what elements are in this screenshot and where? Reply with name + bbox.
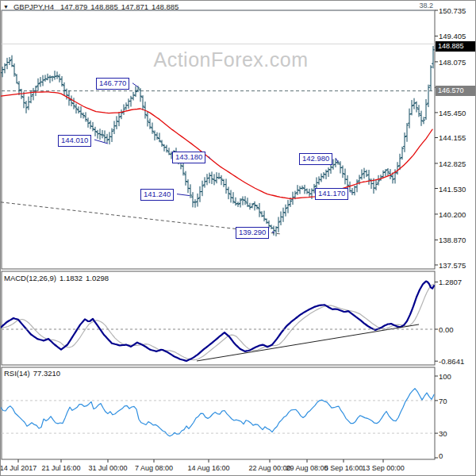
- rsi-axis-label[interactable]: 100: [439, 372, 475, 381]
- price-annotation[interactable]: 141.240: [140, 189, 174, 201]
- macd-value: 1.1832: [60, 274, 83, 282]
- price-annotation[interactable]: 142.980: [299, 153, 332, 165]
- rsi-axis-label[interactable]: 0: [439, 451, 475, 460]
- macd-axis-label[interactable]: -0.8641: [439, 357, 475, 366]
- watermark: ActionForex.com: [120, 48, 342, 71]
- chart-title-bar: ▼ GBPJPY,H4 147.879 148.885 147.871 148.…: [3, 2, 178, 11]
- price-axis-label[interactable]: 140.200: [439, 210, 475, 219]
- macd-signal-line: [1, 284, 434, 360]
- rsi-axis-label[interactable]: 30: [439, 429, 475, 438]
- ohlc-low: 147.871: [121, 2, 148, 11]
- macd-axis-label[interactable]: 0.00: [439, 325, 475, 334]
- current-price-badge: 148.885: [436, 41, 476, 52]
- annotation-connector: [272, 232, 274, 232]
- time-axis-label[interactable]: 13 Sep 00:00: [362, 464, 405, 472]
- rsi-value: 77.3210: [33, 369, 60, 378]
- symbol-timeframe-label: GBPJPY,H4: [13, 2, 54, 11]
- price-axis-label[interactable]: 148.075: [439, 58, 475, 67]
- time-axis-label[interactable]: 7 Aug 08:00: [135, 464, 173, 472]
- rsi-axis-label[interactable]: 70: [439, 397, 475, 405]
- rsi-indicator-label: RSI(14)77.3210: [4, 369, 63, 378]
- time-axis-label[interactable]: 14 Aug 16:00: [187, 464, 229, 472]
- ohlc-close: 148.885: [152, 2, 178, 11]
- macd-signal-value: 1.0298: [86, 274, 109, 282]
- price-annotation[interactable]: 146.770: [96, 78, 129, 90]
- macd-indicator-label: MACD(12,26,9)1.18321.0298: [4, 274, 112, 282]
- ohlc-open: 147.879: [60, 2, 87, 11]
- time-axis-label[interactable]: 21 Jul 16:00: [41, 464, 80, 472]
- annotation-connector: [351, 192, 351, 193]
- rsi-name: RSI(14): [4, 369, 30, 378]
- price-axis-label[interactable]: 137.575: [439, 261, 475, 270]
- time-axis-label[interactable]: 22 Aug 00:00: [248, 464, 290, 472]
- annotation-connector: [94, 140, 108, 144]
- macd-axis-label[interactable]: 1.2807: [439, 278, 475, 286]
- price-annotation[interactable]: 141.170: [315, 188, 348, 200]
- price-axis-label[interactable]: 141.530: [439, 185, 475, 194]
- mt4-chart-window: ▼ GBPJPY,H4 147.879 148.885 147.871 148.…: [0, 0, 476, 476]
- price-axis-label[interactable]: 149.405: [439, 32, 475, 40]
- macd-panel-frame: [2, 271, 435, 365]
- price-annotation[interactable]: 144.010: [58, 135, 91, 147]
- price-annotation[interactable]: 143.180: [172, 152, 205, 163]
- macd-name: MACD(12,26,9): [4, 274, 56, 282]
- time-axis-label[interactable]: 31 Jul 00:00: [88, 464, 127, 472]
- time-axis-label[interactable]: 5 Sep 16:00: [324, 464, 363, 472]
- price-axis-label[interactable]: 150.735: [439, 6, 475, 15]
- price-axis-label[interactable]: 138.870: [439, 236, 475, 244]
- macd-trendline[interactable]: [197, 324, 419, 361]
- time-axis-label[interactable]: 29 Aug 08:00: [286, 464, 328, 472]
- time-axis-label[interactable]: 14 Jul 2017: [0, 464, 36, 472]
- rsi-line: [1, 389, 434, 436]
- price-axis-label[interactable]: 144.155: [439, 133, 475, 142]
- fibonacci-38-2-label: 38.2: [401, 2, 433, 10]
- ohlc-high: 148.885: [90, 2, 117, 11]
- price-annotation[interactable]: 139.290: [236, 227, 269, 239]
- price-axis-label[interactable]: 145.450: [439, 109, 475, 117]
- price-axis-label[interactable]: 142.825: [439, 159, 475, 168]
- level-price-badge: 146.570: [436, 86, 476, 96]
- annotation-connector: [177, 194, 190, 196]
- chart-menu-triangle-icon[interactable]: ▼: [3, 4, 9, 10]
